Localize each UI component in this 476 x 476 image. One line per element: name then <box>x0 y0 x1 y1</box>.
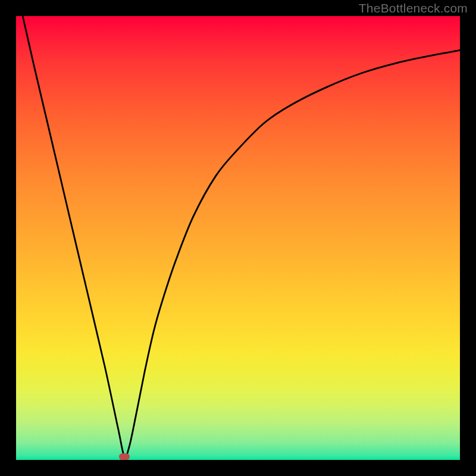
curve-svg <box>16 16 460 460</box>
watermark-text: TheBottleneck.com <box>359 1 468 15</box>
plot-area <box>16 16 460 460</box>
bottleneck-curve <box>23 16 460 457</box>
minimum-marker <box>119 453 130 460</box>
chart-frame: TheBottleneck.com <box>0 0 476 476</box>
